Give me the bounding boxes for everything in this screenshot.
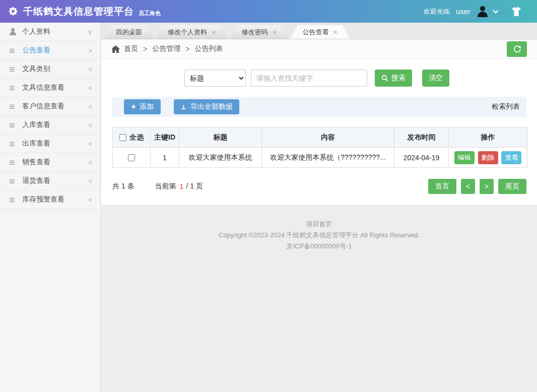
menu-icon: ≡: [9, 176, 21, 186]
sidebar-item-stock-alert[interactable]: ≡ 库存预警查看 <: [0, 190, 100, 209]
tab-label: 修改密码: [242, 28, 268, 37]
tab-my-desktop[interactable]: 我的桌面: [104, 25, 154, 39]
tab-announcement-view[interactable]: 公告查看 ×: [291, 25, 350, 39]
tab-label: 修改个人资料: [168, 28, 207, 37]
chevron-icon: <: [88, 66, 92, 73]
refresh-icon: [513, 45, 521, 53]
list-title: 检索列表: [492, 102, 520, 111]
menu-icon: ≡: [9, 139, 21, 149]
theme-tshirt-icon[interactable]: [511, 7, 522, 17]
col-content: 内容: [262, 127, 394, 148]
sidebar-item-announcements[interactable]: ≡ 公告查看 >: [0, 41, 100, 60]
export-all-button[interactable]: 导出全部数据: [174, 99, 239, 114]
sidebar-item-returns[interactable]: ≡ 退货查看 <: [0, 172, 100, 190]
chevron-icon: <: [88, 177, 92, 185]
add-button[interactable]: + 添加: [124, 99, 161, 114]
search-row: 标题 搜索 清空: [101, 59, 537, 87]
delete-button[interactable]: 删除: [478, 151, 498, 164]
close-icon[interactable]: ×: [212, 28, 216, 36]
menu-icon: ≡: [9, 158, 21, 167]
project-home-link[interactable]: 项目首页: [306, 220, 332, 228]
announcement-table: 全选 主键ID 标题 内容 发布时间 操作 1 欢迎大家使用本系统 欢迎大家使用…: [112, 127, 527, 168]
breadcrumb-separator: >: [185, 45, 189, 53]
menu-icon: ≡: [9, 195, 21, 205]
menu-icon: ≡: [9, 46, 21, 55]
menu-icon: ≡: [9, 102, 21, 111]
search-keyword-input[interactable]: [251, 70, 367, 87]
sidebar-item-profile[interactable]: 个人资料 ∨: [0, 23, 100, 41]
brand: 千纸鹤文具信息管理平台 员工角色: [0, 5, 161, 18]
cell-actions: 编辑 删除 查看: [449, 148, 527, 168]
breadcrumb-announcement-list[interactable]: 公告列表: [194, 44, 223, 53]
top-header: 千纸鹤文具信息管理平台 员工角色 欢迎光临 user: [0, 0, 537, 23]
prev-page-button[interactable]: <: [461, 179, 475, 194]
sidebar-item-stationery-info[interactable]: ≡ 文具信息查看 <: [0, 79, 100, 97]
user-icon: [9, 28, 21, 35]
download-icon: [180, 104, 187, 110]
add-button-label: 添加: [140, 102, 154, 111]
table-toolbar: + 添加 导出全部数据 检索列表: [112, 97, 526, 117]
content-panel: 标题 搜索 清空 + 添加 导出全部数据: [101, 59, 537, 206]
breadcrumb-announcement-mgmt[interactable]: 公告管理: [152, 44, 180, 53]
cell-id: 1: [151, 148, 179, 168]
first-page-button[interactable]: 首页: [428, 179, 456, 194]
edit-button[interactable]: 编辑: [454, 151, 475, 164]
chevron-icon: >: [88, 47, 92, 54]
user-avatar-icon[interactable]: [477, 6, 489, 17]
chevron-icon: <: [88, 196, 92, 204]
col-title: 标题: [179, 127, 262, 148]
last-page-button[interactable]: 尾页: [498, 179, 526, 194]
search-button[interactable]: 搜索: [375, 70, 412, 87]
gear-icon: [8, 6, 19, 17]
next-page-button[interactable]: >: [480, 179, 494, 194]
breadcrumb-home[interactable]: 首页: [124, 44, 138, 53]
row-checkbox[interactable]: [128, 154, 135, 161]
menu-icon: ≡: [9, 120, 21, 130]
search-button-label: 搜索: [391, 74, 406, 83]
sidebar-item-label: 库存预警查看: [22, 195, 64, 204]
sidebar-item-label: 出库查看: [22, 139, 50, 148]
search-field-select[interactable]: 标题: [184, 70, 246, 87]
table-row: 1 欢迎大家使用本系统 欢迎大家使用本系统（??????????... 2024…: [113, 148, 527, 168]
plus-icon: +: [131, 102, 136, 112]
sidebar-item-inbound[interactable]: ≡ 入库查看 <: [0, 116, 100, 135]
col-actions: 操作: [449, 127, 527, 148]
refresh-button[interactable]: [507, 41, 527, 57]
chevron-icon: <: [88, 121, 92, 129]
sidebar: 个人资料 ∨ ≡ 公告查看 > ≡ 文具类别 < ≡ 文具信息查看 < ≡ 客户…: [0, 23, 101, 392]
sidebar-item-outbound[interactable]: ≡ 出库查看 <: [0, 135, 100, 153]
chevron-icon: <: [88, 159, 92, 166]
icp-text: 京ICP备00000000号-1: [101, 241, 537, 252]
chevron-icon: <: [88, 103, 92, 110]
sidebar-item-customer-info[interactable]: ≡ 客户信息查看 <: [0, 97, 100, 116]
clear-button-label: 清空: [429, 74, 443, 83]
close-icon[interactable]: ×: [273, 28, 277, 36]
col-publish-date: 发布时间: [394, 127, 449, 148]
chevron-icon: <: [88, 140, 92, 148]
select-all-checkbox[interactable]: [119, 134, 126, 141]
pagination-bar: 共 1 条 当前第 1 / 1 页 首页 < > 尾页: [112, 179, 526, 194]
table-header-row: 全选 主键ID 标题 内容 发布时间 操作: [113, 127, 527, 148]
sidebar-item-sales[interactable]: ≡ 销售查看 <: [0, 153, 100, 172]
app-title: 千纸鹤文具信息管理平台: [23, 5, 134, 18]
export-button-label: 导出全部数据: [190, 102, 233, 111]
clear-button[interactable]: 清空: [422, 70, 449, 87]
col-select-all: 全选: [113, 127, 151, 148]
close-icon[interactable]: ×: [333, 28, 338, 36]
current-page-number: 1: [180, 182, 184, 190]
chevron-icon: ∨: [87, 28, 92, 36]
tab-edit-profile[interactable]: 修改个人资料 ×: [156, 25, 228, 39]
view-button[interactable]: 查看: [501, 151, 521, 164]
cell-publish-date: 2024-04-19: [394, 148, 449, 168]
sidebar-item-label: 入库查看: [22, 120, 50, 129]
sidebar-item-label: 销售查看: [22, 158, 50, 167]
main-area: 我的桌面 修改个人资料 × 修改密码 × 公告查看 × 首页 > 公告管理 > …: [101, 23, 537, 392]
total-pages-label: / 1 页: [186, 182, 203, 191]
breadcrumb: 首页 > 公告管理 > 公告列表: [111, 44, 223, 53]
tab-label: 我的桌面: [116, 28, 142, 37]
breadcrumb-separator: >: [143, 45, 147, 53]
select-all-label: 全选: [129, 133, 144, 142]
chevron-down-icon[interactable]: [493, 8, 498, 13]
sidebar-item-stationery-category[interactable]: ≡ 文具类别 <: [0, 60, 100, 79]
tab-change-password[interactable]: 修改密码 ×: [230, 25, 289, 39]
